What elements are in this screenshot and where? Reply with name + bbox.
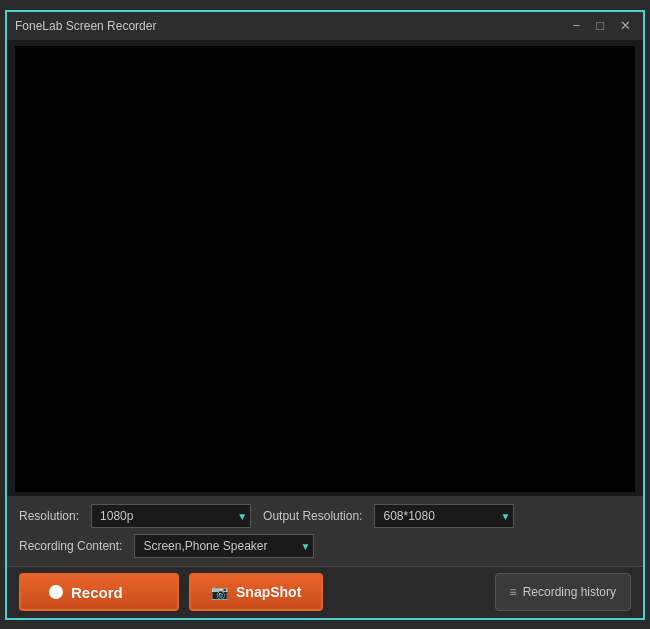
snapshot-button[interactable]: 📷 SnapShot [189, 573, 323, 611]
content-row: Recording Content: Screen,Phone Speaker … [19, 534, 631, 558]
action-bar: Record 📷 SnapShot ≡ Recording history [7, 566, 643, 618]
controls-panel: Resolution: 1080p 720p 480p ▼ Output Res… [7, 496, 643, 566]
record-circle-icon [49, 585, 63, 599]
resolution-row: Resolution: 1080p 720p 480p ▼ Output Res… [19, 504, 631, 528]
snapshot-label: SnapShot [236, 584, 301, 600]
title-bar: FoneLab Screen Recorder − □ ✕ [7, 12, 643, 40]
output-resolution-select[interactable]: 608*1080 1920*1080 1280*720 [374, 504, 514, 528]
output-resolution-select-wrapper: 608*1080 1920*1080 1280*720 ▼ [374, 504, 514, 528]
camera-icon: 📷 [211, 584, 228, 600]
record-label: Record [71, 584, 123, 601]
maximize-button[interactable]: □ [592, 17, 608, 34]
list-icon: ≡ [510, 585, 517, 599]
resolution-select[interactable]: 1080p 720p 480p [91, 504, 251, 528]
recording-content-label: Recording Content: [19, 539, 122, 553]
resolution-label: Resolution: [19, 509, 79, 523]
minimize-button[interactable]: − [569, 17, 585, 34]
window-controls: − □ ✕ [569, 17, 635, 34]
resolution-select-wrapper: 1080p 720p 480p ▼ [91, 504, 251, 528]
recording-content-select[interactable]: Screen,Phone Speaker Screen Only Phone O… [134, 534, 314, 558]
record-button[interactable]: Record [19, 573, 179, 611]
preview-area [15, 46, 635, 492]
content-select-wrapper: Screen,Phone Speaker Screen Only Phone O… [134, 534, 314, 558]
window-title: FoneLab Screen Recorder [15, 19, 156, 33]
main-window: FoneLab Screen Recorder − □ ✕ Resolution… [5, 10, 645, 620]
recording-history-button[interactable]: ≡ Recording history [495, 573, 631, 611]
close-button[interactable]: ✕ [616, 17, 635, 34]
output-resolution-label: Output Resolution: [263, 509, 362, 523]
history-label: Recording history [523, 585, 616, 599]
